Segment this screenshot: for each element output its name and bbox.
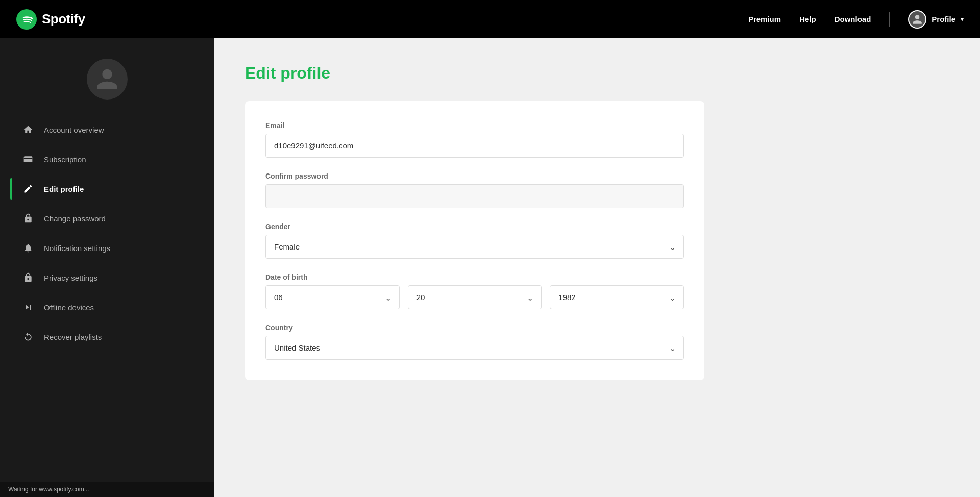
sidebar-item-subscription[interactable]: Subscription (10, 144, 204, 174)
sidebar-label-subscription: Subscription (44, 155, 86, 164)
profile-chevron-icon: ▾ (961, 16, 964, 23)
dob-year-wrapper: 198019811982 198319902000 ⌄ (550, 285, 684, 309)
sidebar-label-recover-playlists: Recover playlists (44, 333, 102, 341)
dob-month-wrapper: 010203 040506 070809 101112 ⌄ (265, 285, 400, 309)
help-link[interactable]: Help (799, 15, 816, 23)
sidebar-label-account-overview: Account overview (44, 126, 104, 134)
confirm-password-group: Confirm password (265, 172, 684, 208)
country-select[interactable]: United States United Kingdom Canada (265, 336, 684, 360)
profile-icon (908, 10, 926, 29)
confirm-password-input[interactable] (265, 184, 684, 208)
sidebar-item-notification-settings[interactable]: Notification settings (10, 233, 204, 263)
profile-menu[interactable]: Profile ▾ (908, 10, 964, 29)
subscription-icon (22, 154, 34, 165)
nav-divider (889, 12, 890, 27)
dob-year-select[interactable]: 198019811982 198319902000 (550, 285, 684, 309)
logo[interactable]: Spotify (16, 9, 85, 30)
sidebar-label-notification-settings: Notification settings (44, 244, 110, 253)
country-select-wrapper: United States United Kingdom Canada ⌄ (265, 336, 684, 360)
sidebar-item-edit-profile[interactable]: Edit profile (10, 174, 204, 204)
privacy-lock-icon (22, 272, 34, 283)
edit-profile-form: Email Confirm password Gender Male Femal… (245, 101, 704, 380)
main-layout: Account overview Subscription Edit profi… (0, 0, 980, 497)
gender-select[interactable]: Male Female Non-binary Prefer not to say (265, 235, 684, 259)
sidebar-label-offline-devices: Offline devices (44, 303, 94, 312)
bell-icon (22, 242, 34, 254)
email-group: Email (265, 121, 684, 158)
dob-day-wrapper: 010510 15202531 ⌄ (408, 285, 542, 309)
premium-link[interactable]: Premium (748, 15, 781, 23)
sidebar-nav: Account overview Subscription Edit profi… (0, 115, 214, 352)
sidebar-label-edit-profile: Edit profile (44, 185, 84, 193)
logo-text: Spotify (42, 11, 85, 27)
sidebar-item-change-password[interactable]: Change password (10, 204, 204, 233)
sidebar-item-offline-devices[interactable]: Offline devices (10, 292, 204, 322)
country-group: Country United States United Kingdom Can… (265, 324, 684, 360)
gender-select-wrapper: Male Female Non-binary Prefer not to say… (265, 235, 684, 259)
status-bar: Waiting for www.spotify.com... (0, 482, 214, 497)
main-content: Edit profile Email Confirm password Gend… (214, 38, 980, 497)
sidebar-item-privacy-settings[interactable]: Privacy settings (10, 263, 204, 292)
top-navigation: Spotify Premium Help Download Profile ▾ (0, 0, 980, 38)
dob-group: Date of birth 010203 040506 070809 10111… (265, 273, 684, 309)
status-text: Waiting for www.spotify.com... (8, 486, 89, 493)
edit-icon (22, 183, 34, 194)
email-label: Email (265, 121, 684, 130)
country-label: Country (265, 324, 684, 332)
dob-day-select[interactable]: 010510 15202531 (408, 285, 542, 309)
sidebar-label-privacy-settings: Privacy settings (44, 274, 97, 282)
sidebar-item-recover-playlists[interactable]: Recover playlists (10, 322, 204, 352)
dob-row: 010203 040506 070809 101112 ⌄ 010510 152… (265, 285, 684, 309)
home-icon (22, 124, 34, 135)
sidebar-avatar (87, 59, 128, 100)
nav-right: Premium Help Download Profile ▾ (748, 10, 964, 29)
dob-label: Date of birth (265, 273, 684, 281)
gender-group: Gender Male Female Non-binary Prefer not… (265, 222, 684, 259)
profile-label: Profile (932, 15, 955, 23)
gender-label: Gender (265, 222, 684, 231)
dob-month-select[interactable]: 010203 040506 070809 101112 (265, 285, 400, 309)
svg-rect-1 (24, 156, 33, 162)
sidebar: Account overview Subscription Edit profi… (0, 38, 214, 497)
page-title: Edit profile (245, 64, 949, 83)
offline-devices-icon (22, 302, 34, 313)
recover-icon (22, 331, 34, 342)
confirm-password-label: Confirm password (265, 172, 684, 180)
sidebar-item-account-overview[interactable]: Account overview (10, 115, 204, 144)
sidebar-label-change-password: Change password (44, 214, 106, 223)
download-link[interactable]: Download (835, 15, 871, 23)
lock-icon (22, 213, 34, 224)
email-input[interactable] (265, 134, 684, 158)
